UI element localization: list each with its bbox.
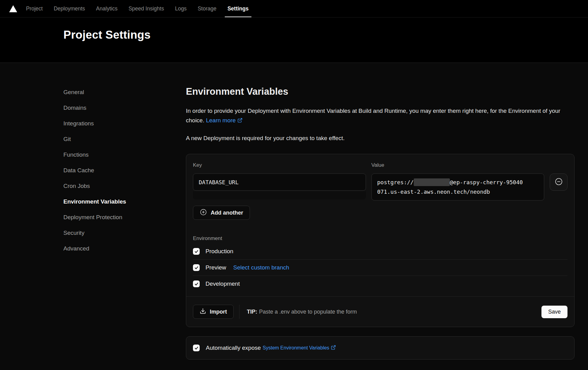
save-button[interactable]: Save [541,306,567,318]
circle-minus-icon [555,177,563,187]
value-text-line2: 071.us-east-2.aws.neon.tech/neondb [377,189,490,195]
sidebar-item-git[interactable]: Git [63,136,71,143]
value-label: Value [371,162,545,168]
page-title: Project Settings [63,29,588,41]
env-row-production: Production [193,243,567,260]
sidebar-item-deployment-protection[interactable]: Deployment Protection [63,214,122,221]
learn-more-label: Learn more [206,117,236,124]
sidebar-item-data-cache[interactable]: Data Cache [63,167,94,174]
page-header: Project Settings [0,17,588,63]
value-text-host: @ep-raspy-cherry-95040 [450,179,523,185]
preview-checkbox[interactable] [193,264,200,271]
sidebar-item-integrations[interactable]: Integrations [63,120,94,127]
preview-label: Preview [205,264,226,271]
nav-tab-deployments[interactable]: Deployments [51,0,88,17]
auto-expose-text: Automatically expose [206,345,261,351]
sidebar-item-advanced[interactable]: Advanced [63,245,89,252]
tip-label: TIP: [247,309,257,315]
development-label: Development [205,280,240,287]
redacted-credentials-block [414,178,450,186]
external-link-icon [331,345,336,351]
development-checkbox[interactable] [193,280,200,287]
env-vars-card: Key Value postgres://@ep-raspy-cherry-95… [186,154,575,327]
nav-tab-analytics[interactable]: Analytics [93,0,120,17]
environment-section: Environment Production Preview Select cu… [193,235,567,292]
production-label: Production [205,248,233,255]
key-field-wrap [193,174,366,200]
add-another-button[interactable]: Add another [193,206,250,220]
card-footer: Import TIP:Paste a .env above to populat… [186,296,574,327]
select-custom-branch-link[interactable]: Select custom branch [233,264,289,271]
key-input-shadow [193,191,366,200]
project-nav: Project Deployments Analytics Speed Insi… [23,0,257,17]
page-body: General Domains Integrations Git Functio… [0,63,588,370]
sidebar-item-security[interactable]: Security [63,230,85,236]
top-nav: Project Deployments Analytics Speed Insi… [0,0,588,17]
value-text-prefix: postgres:// [377,179,414,185]
nav-tab-project[interactable]: Project [23,0,45,17]
tip-text: TIP:Paste a .env above to populate the f… [247,309,357,315]
env-row-preview: Preview Select custom branch [193,260,567,276]
section-title: Environment Variables [186,86,575,97]
nav-tab-speed-insights[interactable]: Speed Insights [126,0,167,17]
production-checkbox[interactable] [193,248,200,255]
redeploy-note: A new Deployment is required for your ch… [186,133,575,143]
key-label: Key [193,162,366,168]
circle-plus-icon [200,208,207,217]
key-input[interactable] [193,174,366,191]
download-icon [200,308,206,316]
add-another-label: Add another [211,210,243,216]
import-button[interactable]: Import [193,305,234,319]
sidebar-item-general[interactable]: General [63,89,84,96]
nav-tab-logs[interactable]: Logs [172,0,189,17]
env-row-development: Development [193,276,567,292]
environment-label: Environment [193,235,567,242]
nav-tab-settings[interactable]: Settings [225,0,251,17]
settings-sidebar: General Domains Integrations Git Functio… [63,63,186,360]
sidebar-item-functions[interactable]: Functions [63,151,89,158]
value-input[interactable]: postgres://@ep-raspy-cherry-95040 071.us… [371,174,545,200]
section-description: In order to provide your Deployment with… [186,106,575,126]
auto-expose-checkbox[interactable] [193,345,200,351]
learn-more-link[interactable]: Learn more [206,117,242,124]
tip-body: Paste a .env above to populate the form [259,309,357,315]
footer-divider [239,305,239,319]
vercel-logo-icon[interactable] [9,0,17,17]
import-label: Import [210,309,227,315]
remove-row-button[interactable] [550,174,567,191]
system-env-vars-label: System Environment Variables [263,345,330,350]
nav-tab-storage[interactable]: Storage [195,0,219,17]
sidebar-item-cron-jobs[interactable]: Cron Jobs [63,183,90,189]
sidebar-item-domains[interactable]: Domains [63,105,86,111]
external-link-icon [237,116,243,126]
auto-expose-card: Automatically expose System Environment … [186,336,575,360]
sidebar-item-environment-variables[interactable]: Environment Variables [63,198,126,205]
main-content: Environment Variables In order to provid… [186,63,575,360]
system-env-vars-link[interactable]: System Environment Variables [263,345,336,351]
